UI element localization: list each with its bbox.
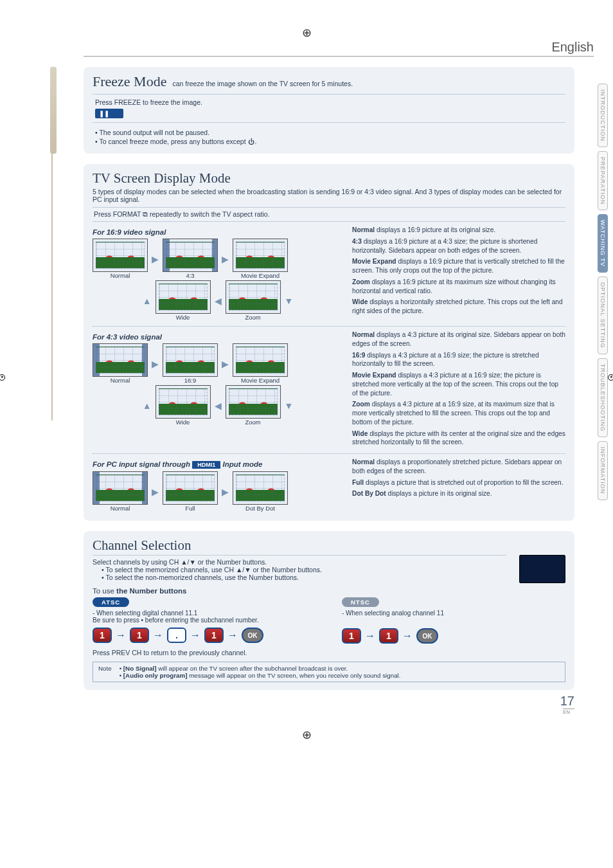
key-1[interactable]: 1 [204, 628, 224, 643]
tv-preview-blank [519, 555, 565, 583]
label-normal: Normal [111, 272, 130, 279]
atsc-line2: Be sure to press • before entering the s… [93, 617, 316, 624]
label-4-3: 4:3 [186, 272, 194, 279]
key-1[interactable]: 1 [342, 628, 361, 644]
arrow-down-icon: ▼ [285, 401, 294, 411]
label-wide: Wide [176, 314, 190, 321]
channel-selection-section: Channel Selection Select channels by usi… [84, 531, 574, 690]
label-wide-43: Wide [176, 419, 190, 426]
freeze-press-line: Press FREEZE to freeze the image. [95, 98, 202, 106]
sig169-title: For 16:9 video signal [93, 228, 343, 236]
label-movie-expand: Movie Expand [241, 272, 280, 279]
pc-title: For PC input signal through HDMI1 Input … [93, 460, 343, 469]
thumb-pc-normal [93, 471, 148, 505]
arrow-right-icon: → [402, 630, 413, 642]
freeze-title: Freeze Mode [93, 73, 166, 89]
ntsc-line1: - When selecting analog channel 11 [342, 610, 565, 617]
language-header: English [84, 40, 594, 57]
freeze-subtitle: can freeze the image shown on the TV scr… [173, 80, 353, 87]
label-normal-43: Normal [111, 377, 130, 384]
channel-bullet-2: To select the non-memorized channels, us… [102, 574, 506, 581]
thumb-4-3 [163, 239, 218, 272]
channel-bullets: To select the memorized channels, use CH… [93, 566, 506, 581]
ntsc-sequence: 1→ 1→ OK [342, 628, 565, 644]
ntsc-pill: NTSC [342, 597, 379, 607]
display-press-line: Press FORMAT ⧉ repeatedly to switch the … [93, 207, 565, 222]
tab-information[interactable]: INFORMATION [598, 441, 608, 500]
desc-pc: Normal displays a proportionately stretc… [352, 458, 565, 513]
arrow-right-icon: ▶ [152, 359, 159, 369]
registration-mark: ⊕ [19, 26, 594, 40]
desc-169: Normal displays a 16:9 picture at its or… [352, 226, 565, 322]
tab-introduction[interactable]: INTRODUCTION [598, 84, 608, 147]
note-label: Note [98, 665, 112, 679]
page-number: 17 EN [84, 694, 574, 715]
registration-mark-bottom: ⊕ [19, 728, 594, 742]
tab-watching-tv[interactable]: WATCHING TV [598, 214, 608, 273]
key-dot[interactable]: . [167, 628, 186, 643]
tab-preparation[interactable]: PREPARATION [598, 151, 608, 210]
display-intro: 5 types of display modes can be selected… [93, 188, 565, 203]
freeze-instruction: Press FREEZE to freeze the image. ❚❚ [93, 94, 565, 123]
channel-bullet-1: To select the memorized channels, use CH… [102, 566, 506, 574]
thumb-movie-expand-43 [233, 343, 288, 377]
thumb-pc-full [163, 471, 218, 505]
arrow-right-icon: ▶ [222, 359, 229, 369]
label-16-9: 16:9 [184, 377, 197, 384]
key-1[interactable]: 1 [130, 628, 149, 643]
atsc-line1: - When selecting digital channel 11.1 [93, 610, 316, 617]
atsc-pill: ATSC [93, 597, 129, 607]
thumb-wide [155, 280, 211, 314]
key-ok[interactable]: OK [242, 628, 263, 643]
arrow-right-icon: ▶ [152, 487, 159, 497]
arrow-right-icon: ▶ [152, 254, 159, 264]
label-pc-normal: Normal [111, 505, 130, 512]
tab-optional-setting[interactable]: OPTIONAL SETTING [598, 276, 608, 354]
key-ok[interactable]: OK [416, 628, 438, 644]
note-box: Note • [No Signal] will appear on the TV… [93, 662, 565, 682]
crop-mark-right [608, 374, 613, 381]
thumb-zoom-43 [226, 385, 281, 419]
side-nav: INTRODUCTION PREPARATION WATCHING TV OPT… [598, 84, 608, 500]
arrow-right-icon: → [153, 629, 163, 641]
thumb-16-9 [163, 343, 218, 377]
atsc-sequence: 1→ 1→ .→ 1→ OK [93, 628, 316, 643]
numbers-title: To use To use the Number buttonsthe Numb… [93, 587, 565, 595]
desc-43: Normal displays a 4:3 picture at its ori… [352, 330, 565, 449]
label-pc-dot: Dot By Dot [245, 505, 275, 512]
label-zoom-43: Zoom [245, 419, 260, 426]
arrow-right-icon: → [116, 629, 126, 641]
label-pc-full: Full [185, 505, 195, 512]
thumb-movie-expand [233, 239, 288, 272]
tab-troubleshooting[interactable]: TROUBLESHOOTING [598, 358, 608, 438]
display-mode-section: TV Screen Display Mode 5 types of displa… [84, 164, 574, 521]
note-2: message will appear on the TV screen, wh… [187, 672, 400, 679]
arrow-right-icon: ▶ [222, 254, 229, 264]
note-1: will appear on the TV screen after the s… [157, 665, 348, 672]
thumb-zoom [226, 280, 281, 314]
crop-mark-left [0, 374, 5, 381]
arrow-up-icon: ▲ [143, 401, 152, 411]
key-1[interactable]: 1 [93, 628, 112, 643]
freeze-note-2: To cancel freeze mode, press any buttons… [95, 137, 565, 146]
freeze-mode-section: Freeze Mode can freeze the image shown o… [84, 67, 574, 154]
key-1[interactable]: 1 [379, 628, 398, 644]
label-zoom: Zoom [245, 314, 260, 321]
display-title: TV Screen Display Mode [93, 170, 565, 186]
arrow-down-icon: ▼ [285, 296, 294, 306]
section-accent-bar [50, 67, 57, 154]
sig43-title: For 4:3 video signal [93, 333, 343, 341]
thumb-normal-43 [93, 343, 148, 377]
hdmi-badge: HDMI1 [192, 461, 220, 469]
arrow-right-icon: → [190, 629, 200, 641]
thumb-pc-dot [233, 471, 288, 505]
pause-icon: ❚❚ [95, 109, 123, 118]
thumb-wide-43 [155, 385, 211, 419]
prev-ch-line: Press PREV CH to return to the previousl… [93, 649, 565, 656]
thumb-normal [93, 239, 148, 272]
arrow-right-icon: → [365, 630, 375, 642]
arrow-left-icon: ◀ [215, 296, 222, 306]
arrow-up-icon: ▲ [143, 296, 152, 306]
freeze-note-1: The sound output will not be paused. [95, 128, 565, 137]
channel-intro: Select channels by using CH ▲/▼ or the N… [93, 555, 506, 566]
